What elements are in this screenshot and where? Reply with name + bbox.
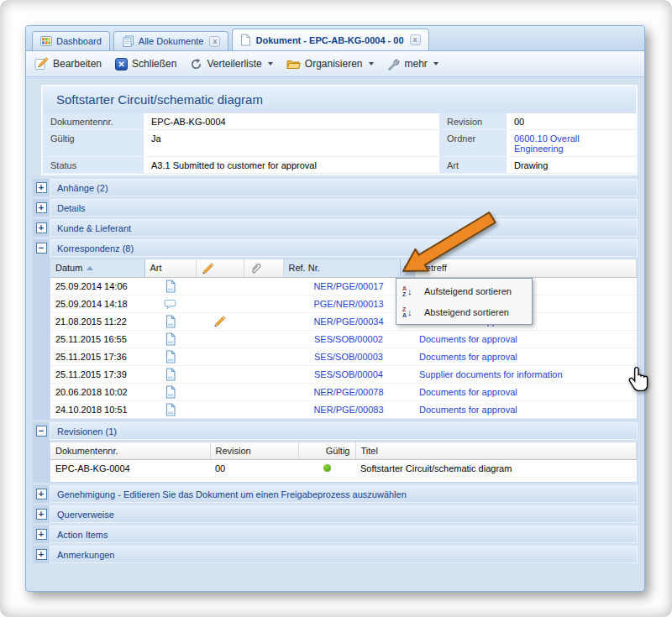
field-label: Status: [43, 157, 144, 174]
toolbar: Bearbeiten ✕ Schließen Verteilerliste Or…: [26, 51, 644, 77]
tab-close-icon[interactable]: x: [209, 36, 220, 47]
section-genehmigung: + Genehmigung - Editieren Sie das Dokume…: [33, 485, 638, 503]
column-header-pencil[interactable]: [196, 259, 244, 277]
section-anhaenge: + Anhänge (2): [33, 179, 638, 196]
tab-bar: Dashboard Alle Dokumente x Dokument - EP…: [26, 26, 644, 51]
field-value-status: A3.1 Submitted to customer for approval: [144, 157, 439, 174]
column-header-betreff[interactable]: Betreff: [414, 259, 637, 277]
ref-nr-link[interactable]: NER/PGE/00017: [313, 281, 383, 291]
correspondence-row[interactable]: 25.09.2014 14:06 NER/PGE/00017: [50, 277, 637, 295]
collapse-minus-icon[interactable]: −: [36, 426, 47, 437]
correspondence-row[interactable]: 24.10.2018 10:51 NER/PGE/00083 Documents…: [50, 400, 637, 418]
ref-nr-link[interactable]: NER/PGE/00034: [313, 316, 383, 327]
expand-plus-icon[interactable]: +: [36, 222, 47, 233]
chevron-down-icon: [404, 266, 411, 270]
ref-nr-link[interactable]: NER/PGE/00083: [313, 405, 383, 415]
correspondence-row[interactable]: 25.11.2015 17:39 SES/SOB/00004 Supplier …: [50, 365, 637, 383]
document-type-icon: [144, 312, 196, 330]
betreff-link[interactable]: Documents for approval: [419, 387, 517, 397]
ordner-link[interactable]: 0600.10 Overall Engineering: [514, 133, 580, 154]
column-header-art[interactable]: Art: [144, 259, 196, 277]
correspondence-row[interactable]: 25.11.2015 17:36 SES/SOB/00003 Documents…: [50, 348, 637, 365]
column-header-titel[interactable]: Titel: [355, 442, 637, 460]
document-type-icon: [144, 400, 196, 418]
mehr-button[interactable]: mehr: [387, 58, 438, 71]
expand-plus-icon[interactable]: +: [36, 182, 47, 193]
section-header-anhaenge[interactable]: Anhänge (2): [50, 179, 638, 196]
ref-nr-link[interactable]: PGE/NER/00013: [313, 299, 383, 309]
document-type-icon: [144, 277, 196, 295]
column-label: Ref. Nr.: [289, 263, 320, 273]
section-header-anmerkungen[interactable]: Anmerkungen: [50, 546, 638, 563]
section-header-korrespondenz[interactable]: Korrespondenz (8): [50, 239, 638, 257]
section-header-querverweise[interactable]: Querverweise: [50, 505, 638, 523]
betreff-link[interactable]: Supplier documents for information: [419, 369, 563, 379]
toggle-column: −: [33, 422, 50, 484]
revision-row[interactable]: EPC-AB-KG-0004 00 Softstarter Circuit/sc…: [50, 460, 637, 478]
edit-pencil-icon: [34, 57, 49, 71]
folder-icon: [286, 58, 301, 70]
section-header-action-items[interactable]: Action Items: [50, 525, 638, 543]
document-type-icon: [144, 383, 196, 400]
column-menu-button[interactable]: [400, 259, 414, 276]
section-kunde-lieferant: + Kunde & Lieferant: [33, 219, 638, 237]
correspondence-row[interactable]: 25.11.2015 16:55 SES/SOB/00002 Documents…: [50, 330, 637, 348]
section-header-kunde[interactable]: Kunde & Lieferant: [50, 219, 638, 237]
column-header-revision[interactable]: Revision: [210, 442, 298, 460]
sort-ascending-icon: AZ↓: [402, 285, 417, 297]
tab-alle-dokumente[interactable]: Alle Dokumente x: [113, 31, 229, 50]
toggle-column: −: [33, 239, 50, 420]
ref-nr-link[interactable]: SES/SOB/00004: [314, 369, 383, 379]
menu-item-sort-descending[interactable]: ZA↓ Absteigend sortieren: [398, 301, 530, 322]
tab-dokument-active[interactable]: Dokument - EPC-AB-KG-0004 - 00 x: [232, 29, 428, 50]
correspondence-row[interactable]: 20.06.2018 10:02 NER/PGE/00078 Documents…: [50, 383, 637, 400]
organisieren-button[interactable]: Organisieren: [286, 58, 374, 70]
expand-plus-icon[interactable]: +: [36, 549, 47, 560]
section-header-details[interactable]: Details: [50, 199, 638, 217]
column-header-datum[interactable]: Datum: [50, 259, 144, 277]
correspondence-row[interactable]: 25.09.2014 14:18 PGE/NER/00013: [50, 295, 637, 312]
expand-plus-icon[interactable]: +: [36, 489, 47, 499]
betreff-link[interactable]: Documents for approval: [419, 352, 517, 362]
ref-nr-link[interactable]: SES/SOB/00002: [314, 334, 383, 344]
ref-nr-link[interactable]: SES/SOB/00003: [314, 352, 383, 362]
column-header-dokumentennr[interactable]: Dokumentennr.: [50, 442, 210, 460]
section-korrespondenz: − Korrespondenz (8) Datum Art: [33, 239, 638, 420]
chevron-down-icon: [433, 62, 438, 65]
tab-close-icon[interactable]: x: [410, 34, 421, 45]
verteilerliste-button[interactable]: Verteilerliste: [190, 58, 272, 71]
menu-item-sort-ascending[interactable]: AZ↓ Aufsteigend sortieren: [398, 280, 530, 301]
schliessen-button[interactable]: ✕ Schließen: [115, 58, 176, 71]
section-header-revisionen[interactable]: Revisionen (1): [50, 422, 638, 440]
button-label: Schließen: [132, 58, 176, 70]
row-datum: 25.09.2014 14:18: [50, 295, 144, 312]
column-header-attachment[interactable]: [244, 259, 283, 277]
column-sort-menu: AZ↓ Aufsteigend sortieren ZA↓ Absteigend…: [396, 278, 533, 325]
column-header-gueltig[interactable]: Gültig: [298, 442, 355, 460]
bearbeiten-button[interactable]: Bearbeiten: [34, 57, 102, 71]
toggle-column: +: [33, 525, 50, 543]
betreff-link[interactable]: Documents for approval: [419, 334, 517, 344]
comment-bubble-icon: [144, 295, 196, 312]
pencil-icon: [202, 262, 214, 275]
column-label: Art: [150, 263, 162, 273]
field-label: Dokumentennr.: [43, 113, 144, 130]
section-querverweise: + Querverweise: [33, 505, 638, 523]
document-icon: [240, 34, 251, 46]
expand-plus-icon[interactable]: +: [36, 509, 47, 520]
betreff-link[interactable]: Documents for approval: [419, 405, 517, 415]
collapse-minus-icon[interactable]: −: [36, 243, 47, 254]
row-datum: 25.11.2015 16:55: [50, 330, 144, 348]
section-header-genehmigung[interactable]: Genehmigung - Editieren Sie das Dokument…: [50, 485, 638, 503]
pencil-note-icon: [196, 312, 244, 330]
expand-plus-icon[interactable]: +: [36, 529, 47, 540]
expand-plus-icon[interactable]: +: [36, 202, 47, 213]
ref-nr-link[interactable]: NER/PGE/00078: [313, 387, 383, 397]
tab-dashboard[interactable]: Dashboard: [32, 31, 110, 50]
row-revision: 00: [210, 460, 298, 478]
section-action-items: + Action Items: [33, 525, 638, 543]
column-label: Titel: [361, 446, 378, 456]
correspondence-row[interactable]: 21.08.2015 11:22 NER/PGE/00034 Documents…: [50, 312, 637, 330]
distribution-list-icon: [190, 58, 202, 71]
column-header-ref-nr[interactable]: Ref. Nr.: [283, 259, 414, 277]
